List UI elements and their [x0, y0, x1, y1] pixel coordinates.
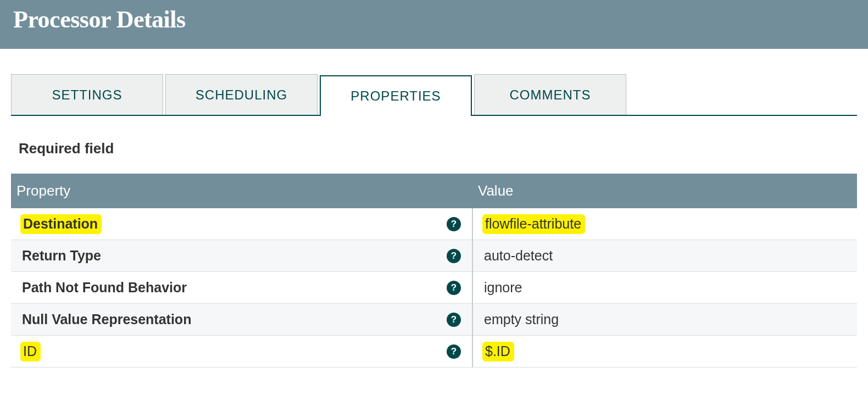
property-value[interactable]: ignore [472, 272, 857, 304]
help-icon[interactable]: ? [447, 217, 461, 231]
dialog-title: Processor Details [13, 5, 855, 34]
table-row: Path Not Found Behavior?ignore [11, 272, 857, 304]
dialog-body: SETTINGS SCHEDULING PROPERTIES COMMENTS … [0, 49, 868, 368]
table-row: ID?$.ID [11, 336, 857, 368]
property-name: ID [22, 343, 39, 359]
property-cell: Destination? [11, 208, 472, 240]
tab-scheduling[interactable]: SCHEDULING [165, 74, 318, 115]
column-header-property: Property [11, 174, 472, 208]
property-cell: Path Not Found Behavior? [11, 272, 472, 304]
dialog-header: Processor Details [0, 0, 868, 49]
help-icon[interactable]: ? [447, 344, 461, 359]
required-field-label: Required field [19, 140, 857, 157]
help-icon[interactable]: ? [447, 249, 461, 263]
property-cell: ID? [11, 336, 472, 368]
property-cell: Return Type? [11, 240, 472, 272]
tab-bar: SETTINGS SCHEDULING PROPERTIES COMMENTS [11, 74, 857, 116]
property-cell: Null Value Representation? [11, 304, 472, 336]
tab-label: SCHEDULING [196, 87, 287, 103]
column-header-value: Value [472, 174, 857, 208]
property-value[interactable]: auto-detect [472, 240, 857, 272]
tab-label: PROPERTIES [350, 88, 441, 104]
property-value[interactable]: $.ID [472, 336, 857, 368]
tab-label: SETTINGS [52, 87, 122, 103]
table-row: Return Type?auto-detect [11, 240, 857, 272]
property-value[interactable]: empty string [472, 304, 857, 336]
property-name: Destination [22, 216, 100, 232]
tab-comments[interactable]: COMMENTS [474, 74, 626, 115]
properties-table: Property Value Destination?flowfile-attr… [11, 174, 857, 368]
help-icon[interactable]: ? [447, 313, 461, 327]
property-value[interactable]: flowfile-attribute [472, 208, 857, 240]
tab-label: COMMENTS [510, 87, 591, 103]
tab-properties[interactable]: PROPERTIES [320, 75, 472, 116]
table-row: Destination?flowfile-attribute [11, 208, 857, 240]
tab-settings[interactable]: SETTINGS [11, 74, 163, 115]
property-name: Path Not Found Behavior [22, 280, 187, 296]
property-name: Null Value Representation [22, 312, 191, 327]
property-name: Return Type [22, 248, 101, 264]
table-row: Null Value Representation?empty string [11, 304, 857, 336]
help-icon[interactable]: ? [447, 281, 461, 295]
